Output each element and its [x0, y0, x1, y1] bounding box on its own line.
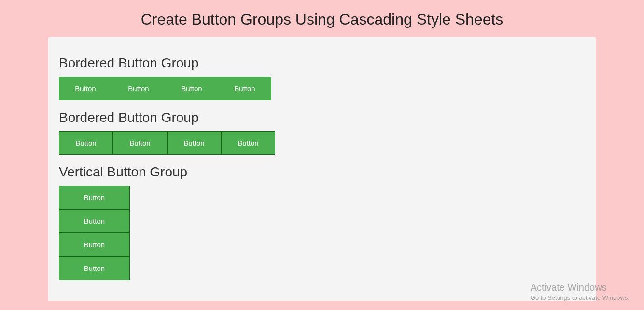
button[interactable]: Button [59, 233, 130, 256]
button[interactable]: Button [112, 77, 165, 100]
button[interactable]: Button [59, 131, 113, 155]
content-panel: Bordered Button Group Button Button Butt… [48, 37, 596, 301]
button[interactable]: Button [221, 131, 275, 155]
section-heading-vertical: Vertical Button Group [59, 164, 585, 180]
button[interactable]: Button [167, 131, 221, 155]
button[interactable]: Button [59, 209, 130, 233]
button-group-plain: Button Button Button Button [59, 77, 585, 100]
section-heading-bordered: Bordered Button Group [59, 110, 585, 125]
watermark-title: Activate Windows [531, 282, 630, 293]
section-heading-plain: Bordered Button Group [59, 55, 585, 71]
button[interactable]: Button [165, 77, 218, 100]
button[interactable]: Button [113, 131, 167, 155]
page-title: Create Button Groups Using Cascading Sty… [0, 0, 644, 37]
button[interactable]: Button [59, 77, 112, 100]
button-group-vertical: Button Button Button Button [59, 186, 130, 280]
windows-activation-watermark: Activate Windows Go to Settings to activ… [531, 282, 630, 301]
button[interactable]: Button [59, 186, 130, 209]
button-group-bordered: Button Button Button Button [59, 131, 585, 155]
button[interactable]: Button [218, 77, 271, 100]
button[interactable]: Button [59, 256, 130, 280]
watermark-subtitle: Go to Settings to activate Windows. [531, 294, 630, 301]
